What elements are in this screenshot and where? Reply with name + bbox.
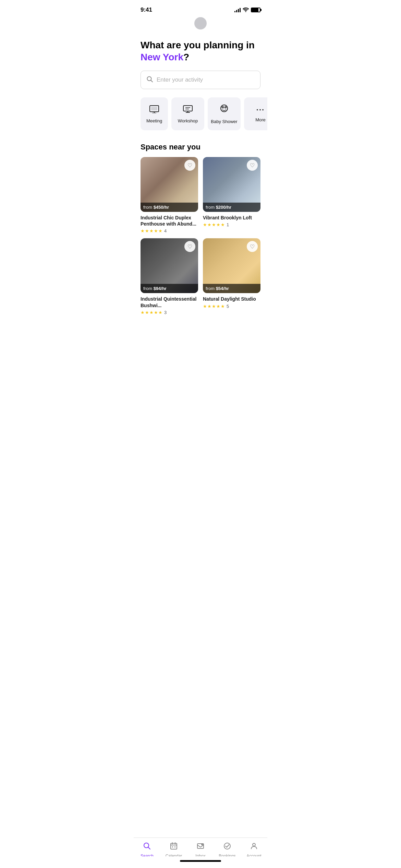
space-card-2[interactable]: ♡ from $200/hr Vibrant Brooklyn Loft ★★★…: [203, 157, 260, 233]
price-tag-1: from $450/hr: [141, 203, 198, 212]
svg-point-14: [222, 107, 223, 108]
space-card-3[interactable]: ♡ from $94/hr Industrial Quintessential …: [141, 238, 198, 315]
space-name-1: Industrial Chic Duplex Penthouse with Ab…: [141, 215, 198, 227]
category-label-baby-shower: Baby Shower: [211, 119, 237, 124]
space-image-wrap-1: ♡ from $450/hr: [141, 157, 198, 212]
category-label-workshop: Workshop: [178, 118, 198, 123]
favorite-button-1[interactable]: ♡: [184, 160, 195, 171]
space-name-3: Industrial Quintessential Bushwi...: [141, 296, 198, 308]
stars-3: ★★★★★: [141, 310, 163, 315]
meeting-icon: [149, 105, 159, 116]
workshop-icon: [183, 105, 193, 116]
review-count-2: 1: [227, 222, 229, 227]
svg-point-15: [225, 107, 226, 108]
review-count-1: 4: [164, 228, 167, 233]
price-prefix-2: from: [206, 205, 216, 210]
stars-2: ★★★★★: [203, 222, 225, 227]
svg-line-1: [151, 80, 153, 82]
space-image-wrap-3: ♡ from $94/hr: [141, 238, 198, 293]
space-name-2: Vibrant Brooklyn Loft: [203, 215, 260, 221]
category-label-meeting: Meeting: [146, 118, 162, 123]
signal-icon: [234, 8, 241, 12]
price-value-2: $200/hr: [216, 205, 232, 210]
price-prefix-1: from: [143, 205, 154, 210]
space-name-4: Natural Daylight Studio: [203, 296, 260, 302]
space-card-1[interactable]: ♡ from $450/hr Industrial Chic Duplex Pe…: [141, 157, 198, 233]
favorite-button-2[interactable]: ♡: [247, 160, 258, 171]
status-bar: 9:41: [134, 0, 267, 17]
spaces-grid: ♡ from $450/hr Industrial Chic Duplex Pe…: [141, 157, 260, 315]
heading-city: New York: [141, 52, 183, 62]
category-list: Meeting Workshop: [134, 97, 267, 133]
more-icon: ···: [256, 106, 265, 114]
stars-1: ★★★★★: [141, 228, 163, 233]
space-image-wrap-2: ♡ from $200/hr: [203, 157, 260, 212]
category-chip-baby-shower[interactable]: Baby Shower: [208, 97, 241, 130]
drag-indicator: [194, 17, 207, 29]
space-rating-3: ★★★★★ 3: [141, 310, 198, 315]
price-value-3: $94/hr: [154, 286, 167, 291]
wifi-icon: [243, 7, 249, 13]
price-value-4: $54/hr: [216, 286, 229, 291]
price-value-1: $450/hr: [154, 205, 169, 210]
baby-shower-icon: [219, 104, 229, 116]
main-content: What are you planning in New York? Enter…: [134, 32, 267, 133]
spaces-section-title: Spaces near you: [141, 143, 260, 152]
svg-rect-6: [183, 106, 192, 111]
search-placeholder: Enter your activity: [157, 76, 203, 83]
category-chip-meeting[interactable]: Meeting: [141, 97, 168, 130]
space-image-wrap-4: ♡ from $54/hr: [203, 238, 260, 293]
review-count-4: 5: [227, 304, 229, 309]
space-rating-2: ★★★★★ 1: [203, 222, 260, 227]
price-tag-2: from $200/hr: [203, 203, 260, 212]
price-prefix-3: from: [143, 286, 154, 291]
category-chip-workshop[interactable]: Workshop: [171, 97, 204, 130]
heading-punctuation: ?: [183, 52, 189, 62]
category-chip-more[interactable]: ··· More: [244, 97, 267, 130]
category-label-more: More: [255, 117, 266, 122]
stars-4: ★★★★★: [203, 304, 225, 309]
space-rating-4: ★★★★★ 5: [203, 304, 260, 309]
space-rating-1: ★★★★★ 4: [141, 228, 198, 233]
search-icon: [146, 76, 153, 84]
status-time: 9:41: [141, 7, 152, 13]
spaces-section: Spaces near you ♡ from $450/hr Industria…: [134, 143, 267, 349]
battery-icon: [251, 8, 260, 12]
heading-line1: What are you planning in: [141, 40, 255, 50]
space-card-4[interactable]: ♡ from $54/hr Natural Daylight Studio ★★…: [203, 238, 260, 315]
price-tag-3: from $94/hr: [141, 284, 198, 293]
price-tag-4: from $54/hr: [203, 284, 260, 293]
status-icons: [234, 7, 260, 13]
page-heading: What are you planning in New York?: [141, 39, 260, 63]
review-count-3: 3: [164, 310, 167, 315]
svg-rect-5: [151, 107, 157, 110]
price-prefix-4: from: [206, 286, 216, 291]
search-bar[interactable]: Enter your activity: [141, 71, 260, 89]
